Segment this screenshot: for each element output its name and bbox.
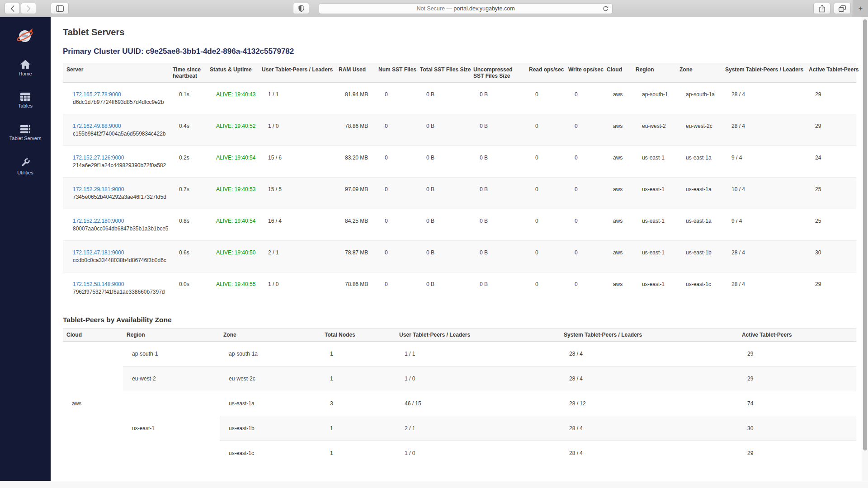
sidebar-item-tablet-servers[interactable]: Tablet Servers xyxy=(0,125,51,147)
cell-heartbeat: 0.4s xyxy=(169,114,206,146)
browser-chrome: Not Secure — portal.dev.yugabyte.com + xyxy=(0,0,868,17)
server-row: 172.152.47.181:9000ccdb0c0ca33448038b4d8… xyxy=(63,241,856,272)
cell-uncompressed_sst: 0 B xyxy=(470,241,525,272)
sidebar-toggle-icon xyxy=(56,5,64,12)
share-icon xyxy=(819,5,826,13)
vertical-scrollbar[interactable] xyxy=(862,17,868,481)
cell-user_peers: 15 / 5 xyxy=(258,178,335,209)
cell-num_sst: 0 xyxy=(375,241,416,272)
cell-total-nodes: 3 xyxy=(321,391,396,416)
cell-ram: 78.87 MB xyxy=(335,241,375,272)
cell-read_ops: 0 xyxy=(525,83,565,114)
server-uuid: c155b984f2f74004a5a6d559834c422b xyxy=(73,130,166,138)
back-button[interactable] xyxy=(5,3,20,14)
cell-server: 172.152.27.126:9000214a6e29f1a24c4498293… xyxy=(63,146,169,178)
cell-read_ops: 0 xyxy=(525,114,565,146)
cell-total-nodes: 1 xyxy=(321,416,396,441)
cell-num_sst: 0 xyxy=(375,146,416,178)
server-address-link[interactable]: 172.152.58.148:9000 xyxy=(73,281,124,287)
reload-button[interactable] xyxy=(603,6,609,13)
cell-active_peers: 25 xyxy=(805,209,856,241)
server-address-link[interactable]: 172.165.27.78:9000 xyxy=(73,91,121,98)
cell-status: ALIVE: 19:40:52 xyxy=(206,114,258,146)
cell-region: ap-south-1 xyxy=(632,83,676,114)
tabs-overview-button[interactable] xyxy=(834,3,851,14)
column-header: Region xyxy=(123,328,220,341)
zone-row: eu-west-2eu-west-2c11 / 028 / 429 xyxy=(63,366,856,391)
cell-uncompressed_sst: 0 B xyxy=(470,272,525,304)
cell-zone: ap-south-1a xyxy=(676,83,722,114)
cell-user-peers: 1 / 0 xyxy=(396,366,560,391)
wrench-icon xyxy=(20,157,31,168)
cell-user_peers: 1 / 0 xyxy=(258,272,335,304)
cell-cloud: aws xyxy=(603,241,632,272)
cell-read_ops: 0 xyxy=(525,146,565,178)
server-address-link[interactable]: 172.152.29.181:9000 xyxy=(73,186,124,192)
column-header: Active Tablet-Peers xyxy=(805,63,856,83)
cell-read_ops: 0 xyxy=(525,209,565,241)
sidebar-item-home[interactable]: Home xyxy=(0,60,51,82)
tables-icon xyxy=(20,92,31,101)
cell-active-peers: 29 xyxy=(738,366,856,391)
cell-region: us-east-1 xyxy=(123,391,220,465)
cell-zone: us-east-1c xyxy=(676,272,722,304)
zone-row: awsap-south-1ap-south-1a11 / 128 / 429 xyxy=(63,341,856,366)
server-address-link[interactable]: 172.162.49.88:9000 xyxy=(73,123,121,129)
server-uuid: 214a6e29f1a24c449829390b72f0a582 xyxy=(73,162,166,169)
cell-user_peers: 1 / 1 xyxy=(258,83,335,114)
cell-status: ALIVE: 19:40:43 xyxy=(206,83,258,114)
cell-uncompressed_sst: 0 B xyxy=(470,114,525,146)
cell-total_sst: 0 B xyxy=(416,241,470,272)
cell-num_sst: 0 xyxy=(375,209,416,241)
home-icon xyxy=(20,60,31,69)
cell-uncompressed_sst: 0 B xyxy=(470,83,525,114)
chevron-right-icon xyxy=(27,5,31,12)
cell-active-peers: 30 xyxy=(738,416,856,441)
privacy-shield-button[interactable] xyxy=(293,3,309,14)
share-button[interactable] xyxy=(813,3,830,14)
forward-button[interactable] xyxy=(21,3,36,14)
cell-status: ALIVE: 19:40:50 xyxy=(206,241,258,272)
horizontal-scrollbar[interactable] xyxy=(0,481,868,488)
server-uuid: 80007aa0cc064db6847b35b1a3b1bce5 xyxy=(73,225,166,233)
cell-server: 172.152.47.181:9000ccdb0c0ca33448038b4d8… xyxy=(63,241,169,272)
vertical-scrollbar-thumb[interactable] xyxy=(863,19,867,450)
cell-ram: 84.25 MB xyxy=(335,209,375,241)
cell-uncompressed_sst: 0 B xyxy=(470,146,525,178)
server-row: 172.152.58.148:90007962f975327f41f6a1ae3… xyxy=(63,272,856,304)
cell-heartbeat: 0.1s xyxy=(169,83,206,114)
chevron-left-icon xyxy=(10,5,14,12)
cell-active_peers: 25 xyxy=(805,178,856,209)
cell-zone: us-east-1b xyxy=(676,241,722,272)
cell-heartbeat: 0.8s xyxy=(169,209,206,241)
cell-zone: us-east-1a xyxy=(676,146,722,178)
sidebar-item-utilities[interactable]: Utilities xyxy=(0,157,51,180)
zones-tbody: awsap-south-1ap-south-1a11 / 128 / 429eu… xyxy=(63,341,856,465)
cell-region: eu-west-2 xyxy=(632,114,676,146)
cell-system_peers: 28 / 4 xyxy=(722,114,805,146)
sidebar-item-label: Home xyxy=(0,71,51,76)
sidebar-item-tables[interactable]: Tables xyxy=(0,92,51,115)
cell-total_sst: 0 B xyxy=(416,272,470,304)
sidebar: Home Tables Tablet Servers Utilities xyxy=(0,17,51,481)
cell-active_peers: 29 xyxy=(805,114,856,146)
server-address-link[interactable]: 172.152.22.180:9000 xyxy=(73,218,124,224)
server-row: 172.162.49.88:9000c155b984f2f74004a5a6d5… xyxy=(63,114,856,146)
cell-total-nodes: 1 xyxy=(321,341,396,366)
cell-system-peers: 28 / 4 xyxy=(560,341,738,366)
server-address-link[interactable]: 172.152.27.126:9000 xyxy=(73,155,124,161)
yugabyte-logo-icon[interactable] xyxy=(16,27,34,45)
new-tab-button[interactable]: + xyxy=(853,0,868,17)
address-bar[interactable]: Not Secure — portal.dev.yugabyte.com xyxy=(319,3,613,14)
sidebar-toggle-button[interactable] xyxy=(51,3,69,14)
cell-heartbeat: 0.2s xyxy=(169,146,206,178)
server-address-link[interactable]: 172.152.47.181:9000 xyxy=(73,249,124,256)
cell-system_peers: 28 / 4 xyxy=(722,241,805,272)
server-uuid: ccdb0c0ca33448038b4d86746f3b0d6c xyxy=(73,257,166,264)
column-header: Status & Uptime xyxy=(206,63,258,83)
column-header: Cloud xyxy=(63,328,123,341)
cell-system-peers: 28 / 4 xyxy=(560,366,738,391)
cell-status: ALIVE: 19:40:54 xyxy=(206,146,258,178)
cell-server: 172.165.27.78:9000d6dc1d7b97724ff693d857… xyxy=(63,83,169,114)
cell-status: ALIVE: 19:40:53 xyxy=(206,178,258,209)
